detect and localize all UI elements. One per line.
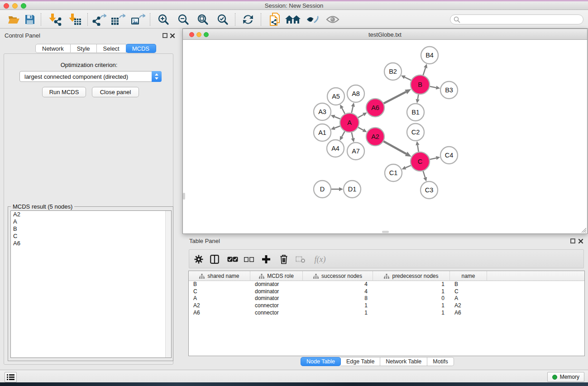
graph-edge[interactable] [405, 77, 411, 81]
table-row[interactable]: A2connector11A2 [189, 302, 584, 310]
export-table-icon[interactable] [110, 13, 126, 26]
list-item[interactable]: A [11, 218, 171, 225]
list-item[interactable]: A6 [11, 240, 171, 247]
import-table-icon[interactable] [67, 13, 82, 26]
tab-node-table[interactable]: Node Table [301, 357, 341, 366]
edge-arrowhead [351, 103, 355, 107]
mcds-result-list[interactable]: A2ABCA6 [10, 210, 172, 358]
table-row[interactable]: Bdominator41B [189, 281, 584, 288]
columns-icon[interactable] [208, 253, 221, 266]
column-header[interactable]: predecessor nodes [373, 271, 450, 281]
network-left-scroll-mark[interactable] [183, 193, 185, 200]
shared-column-icon [313, 274, 319, 279]
unselect-all-icon[interactable] [242, 253, 256, 266]
list-scrollbar[interactable] [165, 211, 171, 357]
table-cell: 8 [303, 295, 373, 302]
function-builder-icon[interactable]: f(x) [311, 253, 330, 266]
table-cell: C [189, 288, 250, 295]
list-item[interactable]: B [11, 225, 171, 233]
network-graph[interactable]: B4B2BB3A8A5A6A3B1AC2A1A2A4A7C4CC1DD1C3 [183, 40, 587, 234]
graph-edge[interactable] [358, 114, 363, 118]
save-icon[interactable] [22, 13, 38, 26]
home-views-icon[interactable] [285, 13, 301, 26]
graph-edge[interactable] [352, 106, 353, 113]
zoom-fit-icon[interactable] [195, 13, 210, 26]
graph-edge[interactable] [417, 145, 418, 152]
tab-motifs[interactable]: Motifs [427, 357, 454, 366]
graph-edge[interactable] [342, 108, 345, 114]
graph-edge[interactable] [430, 158, 436, 159]
tab-select[interactable]: Select [97, 44, 126, 53]
list-item[interactable]: A2 [11, 211, 171, 218]
zoom-selected-icon[interactable] [215, 13, 230, 26]
graph-edge[interactable] [418, 95, 419, 100]
graph-edge[interactable] [358, 128, 363, 130]
toggle-details-icon[interactable] [305, 13, 320, 26]
application-window: Session: New Session [0, 0, 588, 386]
export-image-icon[interactable] [130, 13, 146, 26]
tab-mcds[interactable]: MCDS [126, 44, 156, 53]
graph-edge[interactable] [423, 68, 425, 75]
delete-table-icon[interactable] [294, 253, 307, 266]
edge-arrowhead [436, 156, 440, 160]
graph-edge[interactable] [335, 126, 340, 128]
tab-edge-table[interactable]: Edge Table [341, 357, 380, 366]
main-toolbar [0, 10, 588, 29]
search-box[interactable] [450, 14, 583, 24]
graph-edge[interactable] [384, 92, 406, 103]
show-details-eye-icon[interactable] [325, 13, 340, 26]
network-bottom-scroll-mark[interactable] [382, 231, 389, 233]
network-view-window: testGlobe.txt B4B2BB3A8A5A6A3B1AC2A1A2A4… [182, 29, 588, 234]
column-header[interactable]: MCDS role [250, 271, 303, 281]
column-header[interactable]: shared name [189, 271, 250, 281]
graph-edge[interactable] [342, 131, 345, 137]
table-panel-float-icon[interactable] [570, 238, 575, 243]
criterion-dropdown[interactable]: largest connected component (directed) [19, 71, 162, 82]
table-cell: dominator [250, 295, 303, 302]
table-row[interactable]: Cdominator41C [189, 288, 584, 295]
graph-edge[interactable] [335, 117, 340, 119]
node-label: B1 [411, 109, 420, 116]
node-label: A8 [352, 90, 360, 97]
search-input[interactable] [460, 15, 583, 24]
tab-network-table[interactable]: Network Table [380, 357, 427, 366]
close-panel-button[interactable]: Close panel [92, 87, 139, 97]
graph-edge[interactable] [406, 166, 411, 168]
table-cell: dominator [250, 288, 303, 295]
clone-network-icon[interactable] [267, 13, 282, 26]
table-row[interactable]: Adominator80A [189, 295, 584, 302]
toolbar-separator [150, 13, 150, 26]
memory-button[interactable]: Memory [547, 372, 584, 382]
task-history-button[interactable] [5, 372, 17, 382]
tab-style[interactable]: Style [71, 44, 97, 53]
select-all-icon[interactable] [226, 253, 239, 266]
column-header[interactable]: name [450, 271, 487, 281]
zoom-in-icon[interactable] [156, 13, 171, 26]
edge-arrowhead [416, 141, 419, 146]
desktop-background-bottom [0, 382, 588, 386]
table-panel-close-icon[interactable] [578, 238, 583, 244]
list-item[interactable]: C [11, 233, 171, 240]
network-window-titlebar[interactable]: testGlobe.txt [183, 29, 587, 40]
graph-edge[interactable] [430, 86, 436, 88]
open-folder-icon[interactable] [6, 13, 21, 26]
export-network-icon[interactable] [91, 13, 107, 26]
node-table[interactable]: shared nameMCDS rolesuccessor nodesprede… [188, 271, 585, 356]
tab-network[interactable]: Network [35, 44, 71, 53]
graph-edge[interactable] [383, 141, 406, 154]
refresh-layout-icon[interactable] [240, 13, 256, 26]
column-header[interactable]: successor nodes [303, 271, 373, 281]
import-network-icon[interactable] [47, 13, 62, 26]
edge-arrowhead [339, 187, 343, 191]
zoom-out-icon[interactable] [176, 13, 191, 26]
gear-icon[interactable] [192, 253, 206, 266]
graph-edge[interactable] [423, 171, 425, 177]
graph-edge[interactable] [352, 132, 353, 138]
add-column-icon[interactable] [259, 253, 273, 266]
control-panel-float-icon[interactable] [163, 33, 167, 38]
resize-grip-icon[interactable] [581, 227, 587, 233]
delete-column-icon[interactable] [277, 253, 291, 266]
control-panel-close-icon[interactable] [170, 33, 175, 38]
run-mcds-button[interactable]: Run MCDS [42, 87, 86, 97]
table-row[interactable]: A6connector11A6 [189, 310, 584, 317]
